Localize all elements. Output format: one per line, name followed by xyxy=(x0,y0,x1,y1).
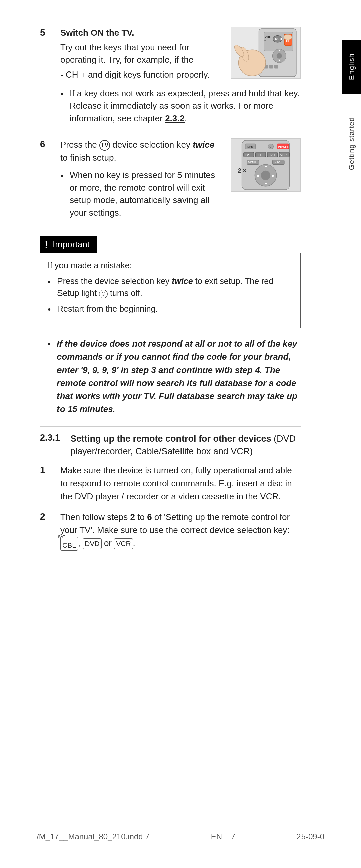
dvd-key-badge: DVD xyxy=(83,538,101,549)
remote-image-5: VOL + – MUTE + CH xyxy=(231,27,301,79)
svg-rect-16 xyxy=(274,65,278,68)
step-5-image: VOL + – MUTE + CH xyxy=(231,27,301,83)
step5-b1-italic: immediately xyxy=(111,100,157,111)
svg-text:2 ×: 2 × xyxy=(238,167,246,174)
svg-text:+: + xyxy=(264,39,266,42)
step-231-2-content: Then follow steps 2 to 6 of 'Setting up … xyxy=(60,510,301,551)
step-231-1-text: Make sure the device is turned on, fully… xyxy=(60,464,301,503)
remote-svg-5: VOL + – MUTE + CH xyxy=(231,27,301,78)
sat-superscript: SAT xyxy=(58,534,65,539)
step5-chapter-ref: 2.3.2 xyxy=(165,113,184,123)
side-tab-english: English xyxy=(342,40,361,94)
svg-text:MENU: MENU xyxy=(248,161,256,164)
step-231-1-block: 1 Make sure the device is turned on, ful… xyxy=(40,464,301,503)
page-footer: /M_17__Manual_80_210.indd 7 EN 7 25-09-0 xyxy=(0,832,361,841)
vcr-key-badge: VCR xyxy=(114,538,133,549)
svg-text:DVD: DVD xyxy=(268,153,275,157)
svg-text:⊙: ⊙ xyxy=(269,145,272,148)
step-6-image-container: INPUT ⊙ POWER TV CBL DVD xyxy=(231,138,301,225)
side-tab-getting-started: Getting started xyxy=(342,107,361,180)
imp-b1-final: turns off. xyxy=(108,288,142,298)
footer-left: /M_17__Manual_80_210.indd 7 xyxy=(37,832,150,841)
section-231-num: 2.3.1 xyxy=(40,433,70,443)
footer-center: EN 7 xyxy=(211,832,235,841)
svg-point-11 xyxy=(277,54,282,59)
section-231-header: 2.3.1 Setting up the remote control for … xyxy=(40,433,301,458)
step-231-2-block: 2 Then follow steps 2 to 6 of 'Setting u… xyxy=(40,510,301,551)
svg-text:VCR: VCR xyxy=(280,153,287,157)
important-bullet2: • Restart from the beginning. xyxy=(48,303,293,316)
footer-right: 25-09-0 xyxy=(297,832,324,841)
important-header: ! Important xyxy=(40,236,97,253)
svg-text:▲: ▲ xyxy=(264,163,268,168)
step6-main-text: Press the TV device selection key twice … xyxy=(60,138,224,164)
step-5-block: 5 Switch ON the TV. Try out the keys tha… xyxy=(40,27,301,131)
exclamation-icon: ! xyxy=(45,239,48,250)
notice-bullet: • If the device does not respond at all … xyxy=(48,337,301,415)
hdash-br xyxy=(341,843,351,843)
step5-bullet1: • If a key does not work as expected, pr… xyxy=(60,87,301,125)
step6-bullet1: • When no key is pressed for 5 minutes o… xyxy=(60,169,224,219)
section-231-title: Setting up the remote control for other … xyxy=(70,433,301,458)
hdash-tl xyxy=(10,15,20,16)
step6-b1-text: When no key is pressed for 5 minutes or … xyxy=(69,169,224,219)
step5-b1-pre: If a key does not work as expected, xyxy=(69,88,208,98)
step-231-2-number: 2 xyxy=(40,510,60,522)
imp-b1-twice: twice xyxy=(172,276,193,286)
svg-text:POWER: POWER xyxy=(278,145,290,148)
section-divider xyxy=(40,426,301,427)
svg-point-41 xyxy=(261,171,271,180)
imp-b1-pre: Press the device selection key xyxy=(57,276,172,286)
svg-text:TV: TV xyxy=(245,153,249,157)
svg-text:VOL: VOL xyxy=(265,35,271,39)
svg-rect-15 xyxy=(269,65,273,68)
svg-text:INPUT: INPUT xyxy=(247,145,255,148)
step-6-text: Press the TV device selection key twice … xyxy=(60,138,224,225)
remote-image-6: INPUT ⊙ POWER TV CBL DVD xyxy=(231,138,301,192)
tv-circle-icon: TV xyxy=(99,140,110,151)
svg-text:▶: ▶ xyxy=(272,174,275,178)
svg-point-20 xyxy=(284,34,292,40)
important-intro: If you made a mistake: xyxy=(48,259,293,272)
svg-text:INFO: INFO xyxy=(274,161,280,164)
setup-circle-icon: ® xyxy=(99,290,108,298)
step-5-number: 5 xyxy=(40,27,60,38)
svg-text:▲: ▲ xyxy=(278,49,281,52)
important-bullet1: • Press the device selection key twice t… xyxy=(48,275,293,299)
step-231-2-text: Then follow steps 2 to 6 of 'Setting up … xyxy=(60,510,301,551)
notice-text: If the device does not respond at all or… xyxy=(57,337,301,415)
step5-b1-bold: press and hold xyxy=(208,88,265,98)
imp-b2-text: Restart from the beginning. xyxy=(57,303,158,315)
step-5-text: Switch ON the TV. Try out the keys that … xyxy=(60,27,224,83)
hdash-bl xyxy=(10,843,20,843)
step-6-content: Press the TV device selection key twice … xyxy=(60,138,301,225)
remote-svg-6: INPUT ⊙ POWER TV CBL DVD xyxy=(231,138,301,191)
svg-text:▼: ▼ xyxy=(264,181,268,186)
svg-text:MUTE: MUTE xyxy=(275,38,283,41)
important-box: If you made a mistake: • Press the devic… xyxy=(40,253,301,329)
step5-switch-on: Switch ON the TV. xyxy=(60,28,134,38)
important-bullet-list: • Press the device selection key twice t… xyxy=(48,275,293,316)
svg-text:CBL: CBL xyxy=(257,154,262,157)
step6-bullet-list: • When no key is pressed for 5 minutes o… xyxy=(60,169,224,219)
step5-b1-period: . xyxy=(184,113,187,123)
svg-text:▼: ▼ xyxy=(278,59,281,62)
step-6-block: 6 Press the TV device selection key twic… xyxy=(40,138,301,225)
step5-ch: - CH + and digit keys function properly. xyxy=(60,68,224,81)
notice-block: • If the device does not respond at all … xyxy=(40,337,301,415)
svg-text:◀: ◀ xyxy=(256,174,260,178)
cbl-key-badge: SAT CBL xyxy=(60,536,78,550)
important-label: Important xyxy=(53,239,90,250)
step-231-1-number: 1 xyxy=(40,464,60,475)
main-content: 5 Switch ON the TV. Try out the keys tha… xyxy=(40,27,324,551)
step-231-1-content: Make sure the device is turned on, fully… xyxy=(60,464,301,503)
step-5-content: Switch ON the TV. Try out the keys that … xyxy=(60,27,301,131)
hdash-tr xyxy=(341,15,351,16)
step5-trout: Try out the keys that you need for opera… xyxy=(60,41,224,66)
important-section: ! Important If you made a mistake: • Pre… xyxy=(40,236,301,329)
svg-text:–: – xyxy=(264,43,266,46)
step5-bullet-list: • If a key does not work as expected, pr… xyxy=(60,87,301,125)
step-6-number: 6 xyxy=(40,138,60,150)
step6-twice: twice xyxy=(192,140,214,150)
